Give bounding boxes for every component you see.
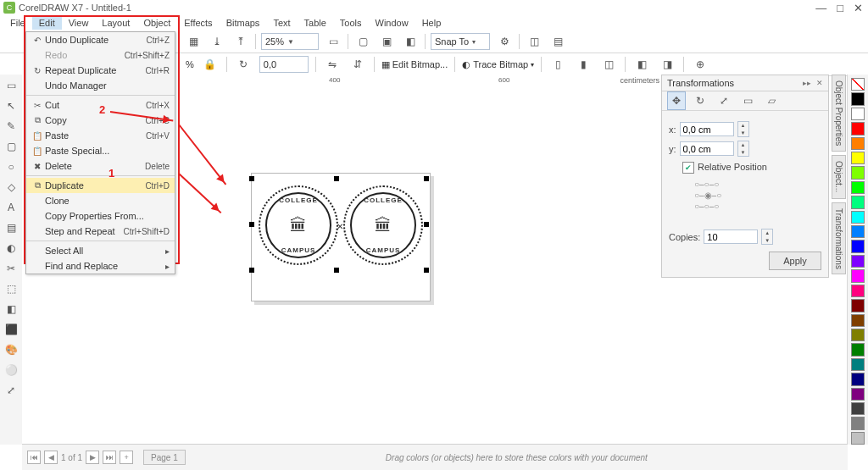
handle[interactable] (334, 176, 339, 181)
y-spinner[interactable]: ▲▼ (737, 141, 749, 157)
color-swatch[interactable] (851, 137, 865, 150)
tool-icon[interactable]: ⬚ (3, 281, 19, 296)
trace-bitmap-button[interactable]: ◐Trace Bitmap▾ (462, 59, 534, 70)
snap-combo[interactable]: Snap To▾ (431, 33, 490, 50)
tool-icon[interactable]: ○ (3, 159, 19, 174)
rotate-tab-icon[interactable]: ↻ (691, 91, 709, 110)
import-icon[interactable]: ⤓ (208, 32, 226, 51)
color-swatch[interactable] (851, 196, 865, 208)
add-icon[interactable]: ⊕ (691, 55, 709, 74)
toolbar-icon[interactable]: ◧ (632, 55, 651, 74)
size-tab-icon[interactable]: ▭ (738, 91, 757, 110)
color-swatch[interactable] (851, 108, 865, 120)
relative-checkbox[interactable]: ✔ (682, 162, 694, 174)
edit-bitmap-button[interactable]: ▦Edit Bitmap... (381, 59, 448, 70)
tool-icon[interactable]: 🎨 (3, 342, 19, 357)
tool-icon[interactable]: ▤ (3, 220, 19, 235)
menu-object[interactable]: Object (136, 16, 177, 30)
color-swatch[interactable] (851, 122, 865, 135)
handle[interactable] (424, 222, 429, 227)
anchor-grid[interactable]: ○–○–○○–◉–○○–○–○ (694, 179, 821, 212)
color-swatch[interactable] (851, 343, 865, 356)
panel-menu-icon[interactable]: ▸▸ (803, 79, 811, 87)
apply-button[interactable]: Apply (769, 252, 821, 270)
color-swatch[interactable] (851, 329, 865, 341)
color-swatch[interactable] (851, 255, 865, 268)
close-button[interactable]: ✕ (854, 2, 863, 14)
copies-input[interactable] (704, 229, 758, 244)
color-swatch[interactable] (851, 181, 865, 194)
color-swatch[interactable] (851, 211, 865, 224)
tab-object-properties[interactable]: Object Properties (832, 75, 846, 152)
tool-icon[interactable]: ✂ (3, 261, 19, 276)
handle[interactable] (249, 222, 254, 227)
color-swatch[interactable] (851, 432, 865, 445)
menu-item-paste-special-[interactable]: 📋Paste Special... (26, 143, 175, 158)
toolbar-icon[interactable]: ▭ (324, 32, 342, 51)
menu-item-copy-properties-from-[interactable]: Copy Properties From... (26, 208, 175, 224)
tool-icon[interactable]: ⚪ (3, 362, 19, 378)
tool-icon[interactable]: ⤢ (3, 383, 19, 398)
menu-item-step-and-repeat[interactable]: Step and RepeatCtrl+Shift+D (26, 224, 175, 239)
tool-icon[interactable]: A (3, 200, 19, 215)
toolbar-icon[interactable]: ◫ (525, 32, 543, 51)
page-last-button[interactable]: ⏭ (103, 451, 116, 464)
seal-object-2[interactable]: COLLEGE 🏛 CAMPUS (343, 185, 423, 265)
seal-object-1[interactable]: COLLEGE 🏛 CAMPUS (259, 185, 338, 265)
x-spinner[interactable]: ▲▼ (737, 121, 749, 137)
handle[interactable] (424, 176, 429, 181)
toolbar-icon[interactable]: ◧ (401, 32, 420, 51)
menu-file[interactable]: File (3, 16, 32, 30)
color-swatch[interactable] (851, 417, 865, 429)
menu-item-undo-duplicate[interactable]: ↶Undo DuplicateCtrl+Z (26, 32, 175, 47)
panel-close-icon[interactable]: ✕ (816, 79, 823, 87)
x-input[interactable] (680, 122, 734, 136)
minimize-button[interactable]: — (815, 2, 826, 14)
handle[interactable] (249, 268, 254, 273)
color-swatch[interactable] (851, 225, 865, 238)
color-swatch[interactable] (851, 314, 865, 327)
menu-table[interactable]: Table (298, 16, 333, 30)
tab-transformations[interactable]: Transformations (832, 202, 846, 275)
no-color-swatch[interactable] (851, 78, 865, 91)
toolbar-icon[interactable]: ⚙ (495, 32, 514, 51)
tool-icon[interactable]: ⬛ (3, 322, 19, 337)
menu-item-undo-manager[interactable]: Undo Manager (26, 78, 175, 93)
menu-item-delete[interactable]: ✖DeleteDelete (26, 158, 175, 174)
tool-icon[interactable]: ◧ (3, 301, 19, 317)
toolbar-icon[interactable]: ▦ (184, 32, 203, 51)
tool-icon[interactable]: ▭ (3, 78, 19, 93)
handle[interactable] (249, 176, 254, 181)
menu-view[interactable]: View (62, 16, 96, 30)
mirror-h-icon[interactable]: ⇋ (323, 55, 342, 74)
lock-icon[interactable]: 🔒 (201, 55, 220, 74)
tab-object[interactable]: Object... (832, 155, 846, 198)
color-swatch[interactable] (851, 240, 865, 252)
page-next-button[interactable]: ▶ (86, 451, 99, 464)
menu-item-duplicate[interactable]: ⧉DuplicateCtrl+D (26, 178, 175, 193)
color-swatch[interactable] (851, 285, 865, 297)
menu-item-clone[interactable]: Clone (26, 193, 175, 208)
toolbar-icon[interactable]: ▯ (548, 55, 567, 74)
color-swatch[interactable] (851, 402, 865, 415)
color-swatch[interactable] (851, 152, 865, 164)
tool-icon[interactable]: ✎ (3, 119, 19, 134)
mirror-v-icon[interactable]: ⇵ (348, 55, 367, 74)
color-swatch[interactable] (851, 269, 865, 282)
toolbar-icon[interactable]: ▣ (377, 32, 396, 51)
export-icon[interactable]: ⤒ (231, 32, 250, 51)
menu-bitmaps[interactable]: Bitmaps (220, 16, 267, 30)
menu-item-paste[interactable]: 📋PasteCtrl+V (26, 128, 175, 143)
menu-item-find-and-replace[interactable]: Find and Replace▸ (26, 258, 175, 274)
rotate-icon[interactable]: ↻ (234, 55, 253, 74)
handle[interactable] (334, 268, 339, 273)
page-add-button[interactable]: + (120, 451, 133, 464)
tool-icon[interactable]: ◇ (3, 180, 19, 195)
menu-item-select-all[interactable]: Select All▸ (26, 243, 175, 258)
toolbar-icon[interactable]: ◨ (658, 55, 676, 74)
toolbar-icon[interactable]: ▢ (353, 32, 372, 51)
scale-tab-icon[interactable]: ⤢ (715, 91, 733, 110)
tool-icon[interactable]: ◐ (3, 241, 19, 256)
menu-effects[interactable]: Effects (177, 16, 219, 30)
maximize-button[interactable]: □ (837, 2, 843, 14)
